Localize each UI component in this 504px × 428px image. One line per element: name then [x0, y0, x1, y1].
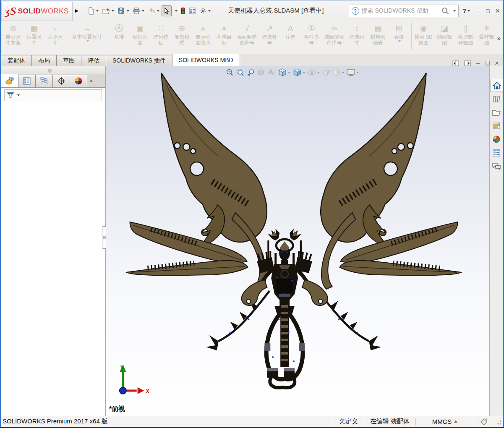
- tab-configurationmanager[interactable]: [35, 75, 53, 87]
- previous-view-icon: [246, 68, 255, 77]
- zoom-area-button[interactable]: [235, 68, 245, 78]
- tables-icon: ⊞: [396, 23, 402, 34]
- ribbon-button-pattern-feature[interactable]: ∷阵列特征: [151, 22, 172, 46]
- capture-3d-view-icon: ◉: [420, 23, 427, 34]
- doc-close-button[interactable]: ×: [495, 60, 499, 66]
- manager-tabs-overflow[interactable]: >: [89, 78, 93, 84]
- model-break-view-icon: ∥: [464, 23, 468, 34]
- undo-button[interactable]: [146, 5, 161, 16]
- display-pane-button[interactable]: [187, 5, 197, 16]
- print-button[interactable]: [131, 5, 146, 16]
- tab-evaluate[interactable]: 评估: [81, 55, 106, 66]
- minimize-button[interactable]: ─: [476, 8, 480, 14]
- ribbon-button-section-view[interactable]: ◪剖面视图: [434, 22, 455, 46]
- ribbon-button-datum[interactable]: Ⓐ基准: [109, 22, 130, 40]
- tab-propertymanager[interactable]: [18, 75, 36, 87]
- rebuild-indicator-button[interactable]: [180, 5, 186, 16]
- view-orientation-cube-icon: [278, 68, 287, 77]
- graphics-viewport[interactable]: Y X *前视: [106, 66, 489, 418]
- task-pane-custom-properties[interactable]: [490, 146, 503, 159]
- options-button[interactable]: [198, 5, 212, 16]
- tab-dimxpertmanager[interactable]: [52, 75, 70, 87]
- doc-restore-button[interactable]: ❏: [485, 60, 490, 66]
- ribbon-button-bill-of-materials[interactable]: ▤材料明细表: [368, 22, 389, 46]
- tab-assembly[interactable]: 装配体: [1, 55, 32, 66]
- ribbon-button-model-break-view[interactable]: ∥模型断开视图: [455, 22, 476, 46]
- ribbon-button-smart-dimension[interactable]: ↕智能尺寸: [347, 22, 368, 46]
- panel-splitter-horizontal[interactable]: [1, 66, 105, 74]
- solidworks-window: ʒS SOLIDWORKS ▶: [0, 0, 504, 428]
- ribbon-button-surface-finish[interactable]: √表面粗糙度符号: [235, 22, 259, 46]
- status-bar: SOLIDWORKS Premium 2017 x64 版 欠定义 在编辑 装配…: [1, 416, 503, 427]
- ribbon-overflow-button[interactable]: »: [497, 34, 501, 42]
- open-button[interactable]: [101, 5, 115, 16]
- pane-right-icon[interactable]: [464, 60, 471, 66]
- status-units-selector[interactable]: MMGS: [416, 418, 474, 425]
- close-button[interactable]: ×: [495, 8, 500, 14]
- ribbon-button-balloon[interactable]: ①零件序号: [301, 22, 322, 46]
- pane-left-icon[interactable]: [452, 60, 459, 66]
- search-box[interactable]: ? 搜索 SOLIDWORKS 帮助: [349, 5, 459, 17]
- task-pane-file-explorer[interactable]: [490, 106, 503, 119]
- size-dimension-icon: ▫: [54, 23, 57, 34]
- view-settings-button[interactable]: [346, 68, 359, 78]
- ribbon-button-stacked-balloon[interactable]: ∞成组的零件序号: [322, 22, 346, 46]
- document-window-controls: ─ ❏ ×: [452, 60, 503, 66]
- view-orientation-button[interactable]: [277, 67, 291, 78]
- search-magnifier-icon[interactable]: [441, 7, 449, 15]
- ribbon-button-exploded-view[interactable]: ✳爆炸视图: [476, 22, 497, 46]
- save-button[interactable]: [116, 5, 131, 16]
- task-pane-view-palette[interactable]: [490, 119, 503, 132]
- ribbon-button-size-dimension[interactable]: ▫大小尺寸: [45, 22, 66, 46]
- apply-scene-button[interactable]: [332, 68, 345, 78]
- quick-access-toolbar: [86, 5, 212, 16]
- new-document-button[interactable]: [86, 5, 100, 16]
- panel-splitter-handle[interactable]: [102, 226, 106, 249]
- display-style-button[interactable]: [292, 67, 306, 78]
- menu-flyout-arrow[interactable]: ▶: [73, 5, 80, 17]
- previous-view-button[interactable]: [246, 68, 255, 78]
- ribbon-button-copy-scheme[interactable]: ⊕复制模式: [172, 22, 193, 46]
- ribbon-button-datum-target[interactable]: ⌖基准目标: [214, 22, 235, 46]
- task-pane-appearances[interactable]: [490, 133, 503, 146]
- select-dropdown[interactable]: [172, 8, 179, 13]
- ribbon-button-tables[interactable]: ⊞表格: [389, 22, 410, 42]
- hide-show-items-button[interactable]: [307, 68, 320, 78]
- doc-minimize-button[interactable]: ─: [476, 60, 480, 66]
- ribbon-button-basic-location-dimension[interactable]: ↔基本位置尺寸: [66, 22, 109, 42]
- ribbon-button-weld-symbol[interactable]: ↗焊接符号: [259, 22, 280, 46]
- tab-solidworks-mbd[interactable]: SOLIDWORKS MBD: [172, 54, 240, 66]
- resize-grip[interactable]: [496, 420, 502, 426]
- tab-sketch[interactable]: 草图: [56, 55, 81, 66]
- edit-appearance-button[interactable]: [321, 68, 331, 78]
- ribbon-button-auto-dimension-scheme[interactable]: ⊛自动尺寸方案: [3, 22, 24, 46]
- help-button[interactable]: ?: [463, 8, 470, 14]
- tab-solidworks-addins[interactable]: SOLIDWORKS 插件: [106, 55, 172, 66]
- tab-displaymanager[interactable]: [70, 75, 87, 87]
- annotation-visibility-button[interactable]: [267, 68, 276, 78]
- task-pane-forum[interactable]: [490, 159, 503, 172]
- search-input[interactable]: 搜索 SOLIDWORKS 帮助: [362, 7, 439, 15]
- select-button[interactable]: [162, 5, 172, 16]
- zoom-fit-icon: [225, 68, 234, 77]
- task-pane-resources-home[interactable]: [490, 79, 503, 92]
- ribbon-button-geometric-tolerance[interactable]: ▣形位公差: [130, 22, 151, 46]
- ribbon-button-capture-3d-view[interactable]: ◉捕获 3D 视图: [413, 22, 434, 46]
- zoom-fit-button[interactable]: [225, 68, 234, 78]
- note-icon: A: [288, 23, 293, 34]
- gear-icon: [199, 7, 207, 15]
- search-scope-dropdown[interactable]: [453, 10, 456, 12]
- ribbon-button-show-tolerance-status[interactable]: ±显示公差状态: [193, 22, 214, 46]
- tab-featuremanager[interactable]: [1, 74, 18, 87]
- tab-layout[interactable]: 布局: [31, 55, 57, 66]
- section-view-button[interactable]: [256, 68, 266, 78]
- tree-filter-bar[interactable]: [4, 89, 102, 101]
- ribbon-button-location-dimension[interactable]: ▦位置尺寸: [24, 22, 45, 46]
- ribbon-button-note[interactable]: A注释: [280, 22, 301, 40]
- task-pane-design-library[interactable]: [490, 92, 503, 105]
- filter-dropdown[interactable]: [17, 94, 20, 96]
- status-tag-button[interactable]: [474, 418, 494, 425]
- maximize-button[interactable]: □: [486, 8, 489, 14]
- display-style-cube-icon: [292, 68, 302, 77]
- view-orientation-label: *前视: [109, 405, 125, 414]
